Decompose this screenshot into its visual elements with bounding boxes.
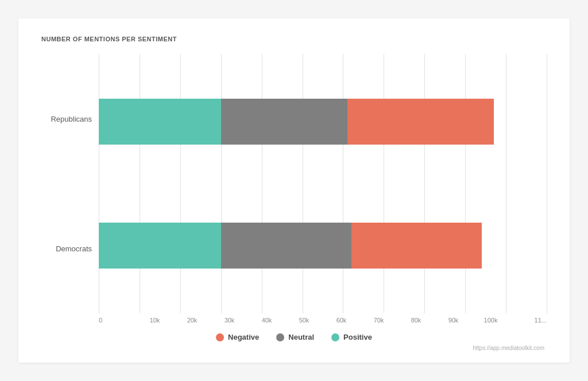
x-tick: 60k — [323, 317, 360, 324]
x-tick: 40k — [248, 317, 285, 324]
grid-line — [547, 54, 547, 313]
legend-dot-negative — [216, 333, 224, 341]
chart-container: NUMBER OF MENTIONS PER SENTIMENT Republi… — [18, 18, 570, 363]
grid-line — [180, 54, 181, 313]
legend-dot-neutral — [276, 333, 284, 341]
grid-line — [99, 54, 99, 313]
legend: NegativeNeutralPositive — [41, 333, 547, 341]
grid-line — [424, 54, 425, 313]
plot-area: RepublicansDemocrats — [41, 54, 547, 313]
x-tick: 30k — [211, 317, 248, 324]
legend-label-positive: Positive — [343, 333, 372, 341]
bars-and-grid — [99, 54, 547, 313]
x-tick: 50k — [285, 317, 323, 324]
x-tick: 80k — [397, 317, 435, 324]
legend-item-positive: Positive — [331, 333, 372, 341]
y-label: Democrats — [56, 244, 92, 253]
x-axis: 010k20k30k40k50k60k70k80k90k100k11... — [41, 317, 547, 324]
grid-line — [506, 54, 506, 313]
x-tick: 20k — [173, 317, 211, 324]
bar-segment-positive — [99, 99, 221, 145]
bar-group — [99, 223, 547, 269]
grid-line — [465, 54, 466, 313]
x-tick: 100k — [472, 317, 509, 324]
bar-segment-positive — [99, 223, 221, 269]
legend-item-negative: Negative — [216, 333, 259, 341]
grid-line — [343, 54, 343, 313]
legend-label-neutral: Neutral — [288, 333, 314, 341]
x-tick: 0 — [99, 317, 136, 324]
chart-area: RepublicansDemocrats 010k20k30k40k50k60k… — [41, 54, 547, 324]
bar-group — [99, 99, 547, 145]
y-label: Republicans — [51, 115, 92, 123]
grid-line — [384, 54, 384, 313]
attribution: https://app.mediatoolkit.com — [41, 345, 547, 351]
grid-lines — [99, 54, 547, 313]
grid-line — [140, 54, 140, 313]
bar-segment-neutral — [221, 223, 351, 269]
bar-segment-negative — [351, 223, 482, 269]
legend-item-neutral: Neutral — [276, 333, 314, 341]
legend-dot-positive — [331, 333, 339, 341]
bar-segment-negative — [347, 99, 494, 145]
grid-line — [303, 54, 303, 313]
x-tick: 10k — [136, 317, 173, 324]
legend-label-negative: Negative — [228, 333, 259, 341]
grid-line — [221, 54, 222, 313]
x-tick: 90k — [435, 317, 472, 324]
chart-title: NUMBER OF MENTIONS PER SENTIMENT — [41, 36, 547, 42]
bar-segment-neutral — [221, 99, 347, 145]
x-tick: 11... — [509, 317, 547, 324]
x-tick: 70k — [360, 317, 397, 324]
y-labels: RepublicansDemocrats — [41, 54, 99, 313]
grid-line — [262, 54, 262, 313]
